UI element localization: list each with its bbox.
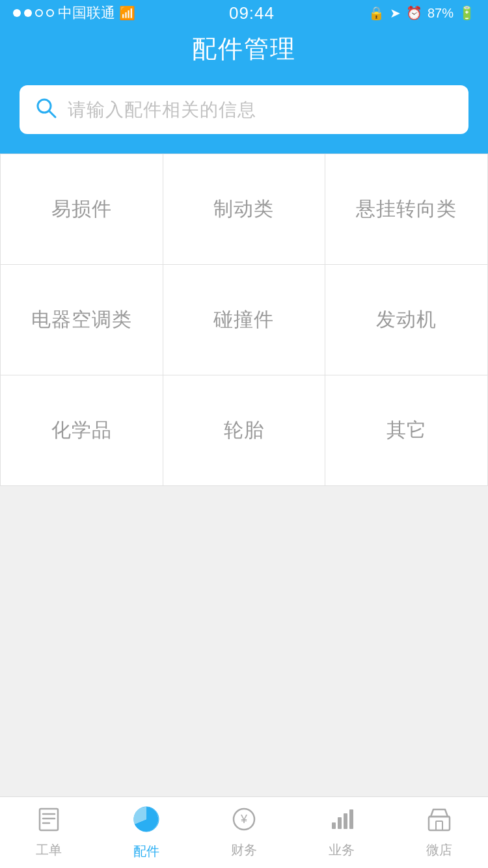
- tab-shop-label: 微店: [426, 841, 452, 859]
- svg-rect-15: [436, 821, 442, 830]
- category-easy-wear-label: 易损件: [51, 196, 112, 223]
- dot-1: [13, 9, 21, 17]
- category-tire-label: 轮胎: [224, 417, 264, 444]
- category-others-label: 其它: [386, 417, 427, 444]
- category-chemicals-label: 化学品: [51, 417, 112, 444]
- business-icon: [329, 807, 354, 837]
- dot-4: [46, 9, 54, 17]
- category-collision-label: 碰撞件: [213, 306, 274, 333]
- page-header: 配件管理: [0, 26, 488, 85]
- tab-parts[interactable]: 配件: [98, 797, 195, 868]
- svg-text:¥: ¥: [240, 813, 248, 826]
- workorder-icon: [36, 807, 61, 837]
- svg-line-1: [49, 111, 55, 117]
- time-display: 09:44: [229, 3, 275, 23]
- tab-finance-label: 财务: [231, 841, 257, 859]
- empty-area: [0, 486, 488, 796]
- category-grid: 易损件 制动类 悬挂转向类 电器空调类 碰撞件 发动机 化学品 轮胎 其它: [0, 154, 488, 486]
- search-placeholder: 请输入配件相关的信息: [68, 98, 256, 122]
- dot-2: [24, 9, 32, 17]
- tab-bar: 工单 配件 ¥ 财务: [0, 796, 488, 868]
- svg-rect-2: [40, 809, 58, 830]
- category-chemicals[interactable]: 化学品: [1, 375, 163, 486]
- category-engine-label: 发动机: [376, 306, 437, 333]
- category-electric-ac[interactable]: 电器空调类: [1, 265, 163, 375]
- search-bar[interactable]: 请输入配件相关的信息: [20, 85, 468, 134]
- signal-dots: [13, 9, 54, 17]
- tab-business-label: 业务: [329, 841, 355, 859]
- category-others[interactable]: 其它: [325, 375, 488, 486]
- carrier-label: 中国联通: [58, 3, 115, 23]
- tab-finance[interactable]: ¥ 财务: [195, 797, 293, 868]
- dot-3: [35, 9, 43, 17]
- status-bar: 中国联通 📶 09:44 🔒 ➤ ⏰ 87% 🔋: [0, 0, 488, 26]
- wifi-icon: 📶: [119, 5, 135, 21]
- category-suspension[interactable]: 悬挂转向类: [325, 154, 488, 265]
- category-collision[interactable]: 碰撞件: [163, 265, 326, 375]
- parts-icon: [133, 806, 160, 839]
- search-container: 请输入配件相关的信息: [0, 85, 488, 154]
- main-content: 配件管理 请输入配件相关的信息 易损件 制动类 悬挂转向类 电器空调类: [0, 26, 488, 796]
- svg-rect-11: [344, 813, 347, 829]
- category-electric-ac-label: 电器空调类: [31, 306, 132, 333]
- category-engine[interactable]: 发动机: [325, 265, 488, 375]
- battery-icon: 🔋: [459, 5, 475, 21]
- page-title: 配件管理: [0, 33, 488, 66]
- svg-rect-10: [338, 817, 342, 829]
- alarm-icon: ⏰: [406, 5, 422, 21]
- category-brake-label: 制动类: [213, 196, 274, 223]
- shop-icon: [427, 807, 452, 837]
- search-icon: [35, 97, 57, 122]
- status-right: 🔒 ➤ ⏰ 87% 🔋: [368, 5, 475, 21]
- location-icon: ➤: [390, 5, 401, 21]
- tab-workorder-label: 工单: [36, 841, 62, 859]
- tab-business[interactable]: 业务: [293, 797, 390, 868]
- tab-parts-label: 配件: [133, 843, 159, 860]
- svg-rect-12: [349, 809, 353, 829]
- category-suspension-label: 悬挂转向类: [356, 196, 457, 223]
- finance-icon: ¥: [232, 807, 256, 837]
- svg-rect-9: [332, 822, 336, 829]
- category-easy-wear[interactable]: 易损件: [1, 154, 163, 265]
- tab-shop[interactable]: 微店: [390, 797, 488, 868]
- battery-label: 87%: [427, 6, 454, 21]
- category-tire[interactable]: 轮胎: [163, 375, 326, 486]
- lock-icon: 🔒: [368, 5, 385, 21]
- svg-rect-13: [429, 817, 450, 830]
- tab-workorder[interactable]: 工单: [0, 797, 98, 868]
- category-brake[interactable]: 制动类: [163, 154, 326, 265]
- status-left: 中国联通 📶: [13, 3, 135, 23]
